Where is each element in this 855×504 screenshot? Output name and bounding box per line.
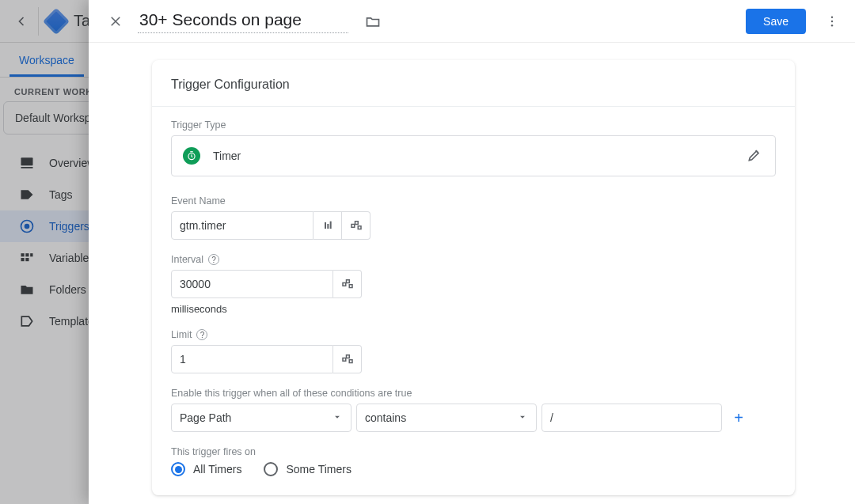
caret-down-icon bbox=[332, 411, 343, 425]
svg-point-9 bbox=[831, 16, 833, 17]
limit-variable-button[interactable] bbox=[333, 345, 362, 373]
radio-label: All Timers bbox=[193, 463, 241, 476]
svg-rect-21 bbox=[349, 285, 352, 288]
svg-rect-22 bbox=[343, 358, 346, 362]
timer-icon bbox=[183, 147, 200, 165]
svg-rect-15 bbox=[329, 222, 331, 229]
svg-rect-20 bbox=[346, 280, 349, 283]
condition-variable-select[interactable]: Page Path bbox=[171, 404, 352, 432]
trigger-config-card: Trigger Configuration Trigger Type Timer bbox=[152, 60, 795, 495]
interval-input[interactable] bbox=[171, 270, 333, 298]
svg-rect-23 bbox=[346, 355, 349, 358]
svg-rect-17 bbox=[355, 222, 358, 225]
trigger-edit-panel: Save Trigger Configuration Trigger Type … bbox=[89, 0, 855, 504]
condition-value-input[interactable] bbox=[542, 404, 722, 432]
event-name-format-button[interactable] bbox=[314, 211, 342, 240]
radio-some-timers[interactable]: Some Timers bbox=[264, 462, 351, 476]
fires-on-label: This trigger fires on bbox=[171, 446, 776, 457]
limit-help-icon[interactable]: ? bbox=[196, 329, 207, 340]
radio-label: Some Timers bbox=[286, 463, 351, 476]
close-button[interactable] bbox=[100, 6, 131, 37]
svg-rect-19 bbox=[343, 283, 346, 286]
svg-rect-14 bbox=[327, 224, 329, 229]
svg-point-11 bbox=[831, 25, 833, 26]
svg-rect-16 bbox=[352, 225, 355, 228]
interval-variable-button[interactable] bbox=[333, 270, 362, 298]
trigger-type-label: Trigger Type bbox=[171, 119, 776, 131]
add-condition-button[interactable]: + bbox=[727, 406, 750, 430]
svg-rect-13 bbox=[325, 222, 326, 229]
conditions-label: Enable this trigger when all of these co… bbox=[171, 388, 776, 399]
event-name-label: Event Name bbox=[171, 195, 776, 207]
svg-rect-24 bbox=[349, 360, 352, 363]
limit-label: Limit ? bbox=[171, 329, 776, 340]
caret-down-icon bbox=[517, 411, 528, 425]
event-name-variable-button[interactable] bbox=[342, 211, 370, 240]
limit-input[interactable] bbox=[171, 345, 333, 373]
condition-operator-select[interactable]: contains bbox=[356, 404, 537, 432]
radio-all-timers[interactable]: All Timers bbox=[171, 462, 241, 476]
edit-trigger-type-icon[interactable] bbox=[747, 147, 764, 165]
trigger-type-name: Timer bbox=[213, 150, 734, 162]
panel-header: Save bbox=[89, 0, 855, 43]
trigger-name-input[interactable] bbox=[138, 9, 348, 33]
event-name-input[interactable] bbox=[171, 211, 314, 240]
more-menu-button[interactable] bbox=[817, 6, 847, 36]
radio-icon bbox=[264, 462, 278, 476]
interval-help-icon[interactable]: ? bbox=[208, 254, 219, 265]
svg-rect-18 bbox=[358, 226, 361, 229]
svg-point-10 bbox=[831, 20, 833, 21]
save-button[interactable]: Save bbox=[746, 9, 806, 34]
folder-button[interactable] bbox=[359, 8, 386, 35]
interval-units: milliseconds bbox=[171, 303, 776, 315]
radio-icon bbox=[171, 462, 185, 476]
interval-label: Interval ? bbox=[171, 254, 776, 265]
card-header: Trigger Configuration bbox=[152, 60, 795, 107]
trigger-type-selector[interactable]: Timer bbox=[171, 135, 776, 176]
